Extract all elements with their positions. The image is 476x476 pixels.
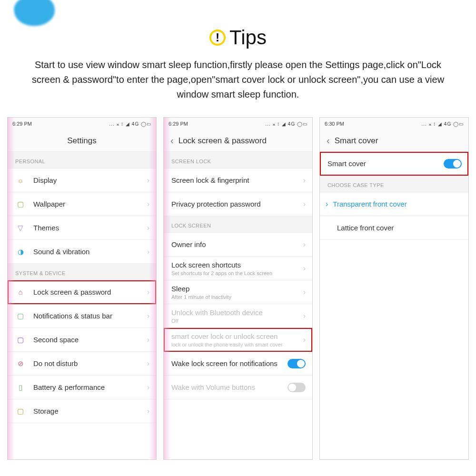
row-themes[interactable]: ▽ Themes › — [8, 216, 156, 240]
row-battery[interactable]: ▯ Battery & performance › — [8, 376, 156, 399]
row-label: Wallpaper — [33, 200, 147, 208]
sound-icon: ◑ — [15, 248, 26, 256]
row-smart-cover-toggle[interactable]: Smart cover — [320, 152, 468, 176]
section-screen-lock: SCREEN LOCK — [164, 152, 312, 169]
toggle-off-icon[interactable] — [288, 383, 306, 392]
row-lock-screen-password[interactable]: ⌂ Lock screen & password › — [8, 280, 156, 304]
row-second-space[interactable]: ▢ Second space › — [8, 328, 156, 352]
status-time: 6:29 PM — [12, 121, 32, 127]
back-icon[interactable]: ‹ — [170, 135, 174, 146]
row-sound[interactable]: ◑ Sound & vibration › — [8, 240, 156, 264]
shield-icon: ▢ — [15, 200, 26, 208]
section-system-device: SYSTEM & DEVICE — [8, 264, 156, 280]
storage-icon: ▢ — [15, 407, 26, 416]
status-icons: ... ⁎ ⫶ ◢ 4G ◯▭ — [265, 121, 307, 127]
back-icon[interactable]: ‹ — [327, 135, 330, 146]
row-unlock-bluetooth[interactable]: Unlock with Bluetooth device Off › — [164, 304, 312, 328]
status-bar: 6:29 PM ... ⁎ ⫶ ◢ 4G ◯▭ — [8, 118, 156, 130]
row-owner-info[interactable]: Owner info › — [164, 233, 312, 257]
chevron-right-icon: › — [147, 248, 149, 256]
chevron-right-icon: › — [147, 407, 149, 416]
page-title-text: Lock screen & password — [178, 136, 267, 146]
screens-row: 6:29 PM ... ⁎ ⫶ ◢ 4G ◯▭ Settings PERSONA… — [0, 117, 476, 460]
row-screen-lock-fingerprint[interactable]: Screen lock & fingerprint › — [164, 169, 312, 192]
section-choose-case: CHOOSE CASE TYPE — [320, 176, 468, 192]
row-label: Notifications & status bar — [33, 312, 147, 320]
row-display[interactable]: ☼ Display › — [8, 169, 156, 192]
chevron-right-icon: › — [147, 176, 149, 185]
page-title-text: Settings — [67, 136, 96, 146]
row-label: Privacy protection password — [171, 200, 303, 208]
row-sleep[interactable]: Sleep After 1 minute of inactivity › — [164, 280, 312, 304]
status-icons: ... ⁎ ⫶ ◢ 4G ◯▭ — [109, 121, 151, 127]
page-title: ‹ Smart cover — [320, 130, 468, 152]
row-label: Second space — [33, 336, 147, 344]
section-lock-screen: LOCK SCREEN — [164, 216, 312, 233]
row-label: Wake with Volume buttons — [171, 383, 288, 391]
chevron-right-icon: › — [303, 312, 306, 320]
screen-smart-cover: 6:30 PM ... ⁎ ⫶ ◢ 4G ◯▭ ‹ Smart cover Sm… — [319, 117, 469, 460]
row-smart-cover-lock[interactable]: smart cover lock or unlock screen lock o… — [164, 328, 312, 352]
screen-settings: 6:29 PM ... ⁎ ⫶ ◢ 4G ◯▭ Settings PERSONA… — [7, 117, 157, 460]
row-sublabel: After 1 minute of inactivity — [171, 294, 303, 300]
status-bar: 6:30 PM ... ⁎ ⫶ ◢ 4G ◯▭ — [320, 118, 468, 130]
row-lattice-cover[interactable]: Lattice front cover — [320, 216, 468, 240]
row-label: Battery & performance — [33, 383, 147, 391]
row-wallpaper[interactable]: ▢ Wallpaper › — [8, 192, 156, 216]
row-wake-notifications[interactable]: Wake lock screen for notifications — [164, 352, 312, 376]
chevron-right-icon: › — [147, 336, 149, 344]
sun-icon: ☼ — [15, 176, 26, 184]
tips-title: Tips — [229, 26, 267, 49]
chevron-right-icon: › — [326, 200, 328, 208]
row-privacy-protection[interactable]: Privacy protection password › — [164, 192, 312, 216]
row-storage[interactable]: ▢ Storage › — [8, 399, 156, 423]
row-label: Transparent front cover — [333, 200, 462, 208]
chevron-right-icon: › — [303, 176, 306, 185]
tips-header: ! Tips Start to use view window smart sl… — [0, 0, 476, 102]
chevron-right-icon: › — [147, 224, 149, 232]
row-label: Themes — [33, 224, 147, 232]
row-label: smart cover lock or unlock screen — [171, 332, 278, 340]
notifications-icon: ▢ — [15, 312, 26, 320]
chevron-right-icon: › — [303, 240, 306, 249]
page-title: ‹ Lock screen & password — [164, 130, 312, 152]
row-label: Sleep — [171, 285, 189, 293]
chevron-right-icon: › — [147, 312, 149, 320]
exclamation-icon: ! — [209, 30, 226, 46]
row-label: Lock screen shortcuts — [171, 261, 241, 269]
row-label: Sound & vibration — [33, 248, 147, 256]
row-sublabel: Set shortcuts for 2 apps on the Lock scr… — [171, 270, 303, 276]
chevron-right-icon: › — [147, 383, 149, 392]
row-transparent-cover[interactable]: › Transparent front cover — [320, 192, 468, 216]
tips-body-text: Start to use view window smart sleep fun… — [29, 58, 447, 102]
screen-lock-password: 6:29 PM ... ⁎ ⫶ ◢ 4G ◯▭ ‹ Lock screen & … — [163, 117, 313, 460]
page-title: Settings — [8, 130, 156, 152]
toggle-on-icon[interactable] — [288, 359, 306, 368]
row-wake-volume[interactable]: Wake with Volume buttons — [164, 376, 312, 399]
row-label: Wake lock screen for notifications — [171, 359, 288, 367]
chevron-right-icon: › — [147, 288, 149, 297]
row-lockscreen-shortcuts[interactable]: Lock screen shortcuts Set shortcuts for … — [164, 257, 312, 280]
row-dnd[interactable]: ⊘ Do not disturb › — [8, 352, 156, 376]
status-time: 6:29 PM — [169, 121, 188, 127]
battery-icon: ▯ — [15, 383, 26, 392]
second-space-icon: ▢ — [15, 336, 26, 344]
status-bar: 6:29 PM ... ⁎ ⫶ ◢ 4G ◯▭ — [164, 118, 312, 130]
row-label: Display — [33, 176, 147, 184]
row-label: Lock screen & password — [33, 288, 147, 296]
chevron-right-icon: › — [303, 336, 306, 344]
row-sublabel: Off — [171, 318, 303, 324]
row-label: Screen lock & fingerprint — [171, 176, 303, 184]
page-title-text: Smart cover — [335, 136, 378, 146]
lock-icon: ⌂ — [15, 288, 26, 296]
row-label: Owner info — [171, 240, 303, 248]
row-label: Storage — [33, 407, 147, 415]
status-icons: ... ⁎ ⫶ ◢ 4G ◯▭ — [421, 121, 464, 127]
toggle-on-icon[interactable] — [444, 159, 462, 169]
status-time: 6:30 PM — [325, 121, 344, 127]
chevron-right-icon: › — [147, 359, 149, 368]
row-sublabel: lock or unlock the phone easily with sma… — [171, 342, 303, 347]
row-label: Lattice front cover — [327, 224, 462, 232]
row-label: Unlock with Bluetooth device — [171, 308, 263, 317]
row-notifications[interactable]: ▢ Notifications & status bar › — [8, 304, 156, 328]
